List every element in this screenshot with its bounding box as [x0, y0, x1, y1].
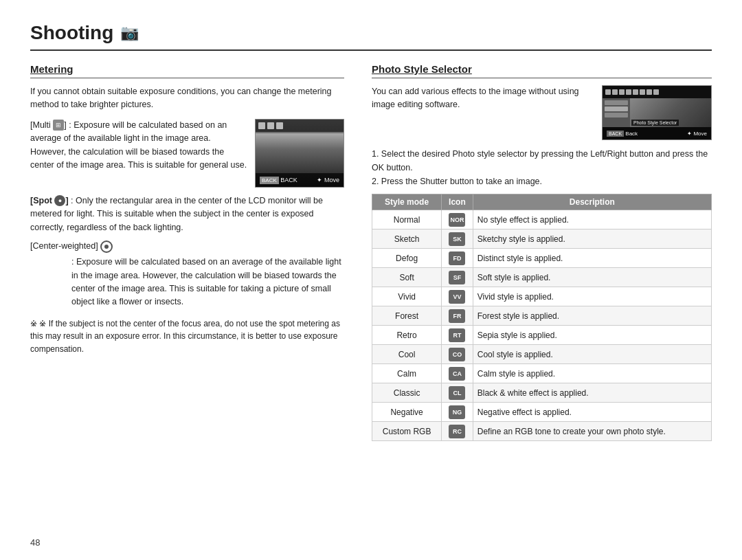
photo-style-top: You can add various effects to the image…	[372, 85, 712, 140]
style-icon-custom rgb: RC	[449, 425, 465, 438]
step2-text: 2. Press the Shutter button to take an i…	[372, 175, 712, 188]
style-icon-sketch: SK	[449, 232, 465, 246]
psi-sidebar-item-1	[605, 100, 628, 105]
psi-icon-4	[626, 89, 631, 95]
style-icon-forest: FR	[449, 309, 465, 323]
description-cell: Distinct style is applied.	[473, 249, 711, 268]
description-cell: Vivid style is applied.	[473, 287, 711, 306]
description-cell: Define an RGB tone to create your own ph…	[473, 422, 711, 441]
table-row: SketchSKSketchy style is applied.	[372, 229, 711, 249]
psi-icon-8	[653, 89, 659, 95]
description-cell: Sketchy style is applied.	[473, 229, 711, 249]
page-number: 48	[30, 537, 40, 548]
table-row: NormalNORNo style effect is applied.	[372, 210, 711, 229]
camera-icon: 📷	[120, 24, 139, 42]
spot-text: : Only the rectangular area in the cente…	[30, 196, 323, 232]
icon-cell: FR	[442, 306, 473, 326]
icon-cell: CO	[442, 345, 473, 364]
style-icon-calm: CA	[449, 367, 465, 381]
title-text: Shooting	[30, 22, 113, 44]
style-mode-cell: Normal	[372, 210, 441, 229]
icon-cell: NOR	[442, 210, 473, 229]
left-column: Metering If you cannot obtain suitable e…	[30, 63, 344, 441]
note-box: ※ ※ If the subject is not the center of …	[30, 317, 344, 356]
psi-icon-6	[640, 89, 645, 95]
table-row: DefogFDDistinct style is applied.	[372, 249, 711, 268]
psi-sidebar	[603, 98, 630, 127]
table-body: NormalNORNo style effect is applied.Sket…	[372, 210, 711, 441]
metering-text-block: [Multi ⊞] : Exposure will be calculated …	[30, 119, 248, 188]
mini-icon-2	[267, 122, 274, 129]
table-header-row: Style mode Icon Description	[372, 194, 711, 210]
style-icon-retro: RT	[449, 328, 465, 342]
multi-param: [Multi ⊞] : Exposure will be calculated …	[30, 119, 248, 172]
table-row: NegativeNGNegative effect is applied.	[372, 403, 711, 422]
psi-icon-3	[619, 89, 625, 95]
metering-multi-block: [Multi ⊞] : Exposure will be calculated …	[30, 119, 344, 188]
style-icon-negative: NG	[449, 405, 465, 419]
description-cell: Cool style is applied.	[473, 345, 711, 364]
mini-icon-3	[276, 122, 283, 129]
description-cell: Negative effect is applied.	[473, 403, 711, 422]
style-icon-cool: CO	[449, 348, 465, 361]
spot-icon: ●	[54, 195, 65, 206]
col-icon: Icon	[442, 194, 473, 210]
style-icon-normal: NOR	[449, 213, 465, 227]
psi-icons	[605, 89, 659, 95]
table-row: ForestFRForest style is applied.	[372, 306, 711, 326]
style-mode-cell: Vivid	[372, 287, 441, 306]
style-icon-defog: FD	[449, 251, 465, 265]
icon-cell: NG	[442, 403, 473, 422]
psi-icon-2	[612, 89, 618, 95]
metering-section-title: Metering	[30, 63, 344, 78]
style-icon-vivid: VV	[449, 290, 465, 304]
mini-icon-1	[258, 122, 265, 129]
description-cell: Sepia style is applied.	[473, 326, 711, 345]
psi-icon-1	[605, 89, 611, 95]
table-header: Style mode Icon Description	[372, 194, 711, 210]
metering-intro: If you cannot obtain suitable exposure c…	[30, 85, 344, 112]
center-label-text: [Center-weighted]	[30, 241, 98, 251]
psi-top	[603, 86, 711, 98]
icon-cell: RT	[442, 326, 473, 345]
style-mode-cell: Soft	[372, 268, 441, 287]
psi-sidebar-item-2	[605, 107, 628, 111]
photo-style-section-title: Photo Style Selector	[372, 63, 712, 78]
style-mode-cell: Negative	[372, 403, 441, 422]
style-table: Style mode Icon Description NormalNORNo …	[372, 194, 712, 441]
table-row: CoolCOCool style is applied.	[372, 345, 711, 364]
table-row: SoftSFSoft style is applied.	[372, 268, 711, 287]
steps-text: 1. Select the desired Photo style select…	[372, 147, 712, 188]
metering-image-bar: BACK BACK ✦ Move	[256, 173, 344, 187]
two-column-layout: Metering If you cannot obtain suitable e…	[30, 63, 712, 441]
description-cell: Forest style is applied.	[473, 306, 711, 326]
psi-sidebar-item-3	[605, 113, 628, 117]
col-description: Description	[473, 194, 711, 210]
center-weighted-param: [Center-weighted]	[30, 240, 344, 253]
description-cell: Soft style is applied.	[473, 268, 711, 287]
style-mode-cell: Classic	[372, 383, 441, 403]
icon-cell: CA	[442, 364, 473, 383]
description-cell: No style effect is applied.	[473, 210, 711, 229]
metering-back-label: BACK BACK	[260, 177, 297, 183]
style-mode-cell: Calm	[372, 364, 441, 383]
style-icon-soft: SF	[449, 271, 465, 284]
icon-cell: VV	[442, 287, 473, 306]
col-style-mode: Style mode	[372, 194, 441, 210]
psi-style-label: Photo Style Selector	[631, 120, 679, 126]
table-row: Custom RGBRCDefine an RGB tone to create…	[372, 422, 711, 441]
psi-icon-5	[633, 89, 638, 95]
spot-param: [Spot ●] : Only the rectangular area in …	[30, 194, 344, 234]
table-row: VividVVVivid style is applied.	[372, 287, 711, 306]
metering-screenshot: Metering BACK BACK ✦ Move	[255, 119, 344, 188]
step1-text: 1. Select the desired Photo style select…	[372, 147, 712, 175]
psi-bottom-bar: BACK Back ✦ Move	[603, 127, 711, 139]
table-row: RetroRTSepia style is applied.	[372, 326, 711, 345]
note-symbol: ※	[30, 319, 39, 328]
style-mode-cell: Cool	[372, 345, 441, 364]
psi-back-label: BACK Back	[607, 131, 638, 137]
icon-cell: CL	[442, 383, 473, 403]
icon-cell: SF	[442, 268, 473, 287]
photo-style-text: You can add various effects to the image…	[372, 85, 595, 140]
metering-move-label: ✦ Move	[317, 177, 339, 183]
